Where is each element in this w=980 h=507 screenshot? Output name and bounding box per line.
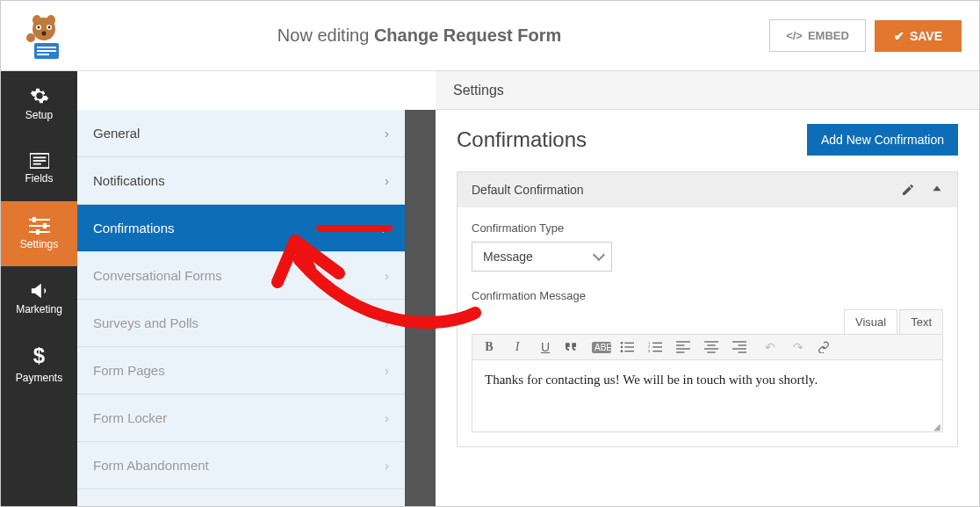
sidebar-item-label: Form Abandonment — [93, 458, 209, 473]
undo-button[interactable]: ↶ — [760, 340, 780, 354]
add-confirmation-button[interactable]: Add New Confirmation — [807, 124, 958, 156]
sidebar-item-label: Surveys and Polls — [93, 315, 198, 330]
svg-rect-26 — [624, 346, 634, 347]
svg-rect-15 — [32, 160, 46, 162]
save-button[interactable]: ✔ SAVE — [875, 20, 962, 52]
bullet-list-button[interactable] — [620, 341, 639, 353]
sidebar-item-confirmations[interactable]: Confirmations ⌄ — [77, 205, 405, 252]
chevron-down-icon: ⌄ — [378, 221, 389, 236]
resize-handle[interactable]: ◢ — [472, 422, 942, 431]
svg-point-23 — [621, 342, 623, 344]
svg-text:3: 3 — [648, 349, 651, 353]
svg-point-3 — [38, 25, 40, 28]
sidebar-item-notifications[interactable]: Notifications › — [77, 157, 405, 205]
svg-rect-35 — [676, 341, 690, 342]
sliders-icon — [29, 217, 50, 235]
card-actions — [901, 183, 943, 197]
align-center-button[interactable] — [704, 341, 724, 353]
settings-sidebar-wrap: General › Notifications › Confirmations … — [77, 110, 436, 506]
chevron-right-icon: › — [385, 458, 389, 473]
nav-payments[interactable]: $ Payments — [1, 331, 77, 396]
editor-tabs: Visual Text — [472, 309, 943, 334]
svg-rect-43 — [732, 341, 746, 342]
settings-sidebar[interactable]: General › Notifications › Confirmations … — [77, 110, 405, 506]
svg-rect-30 — [652, 343, 662, 344]
svg-rect-18 — [29, 225, 50, 227]
sidebar-item-surveys-polls[interactable]: Surveys and Polls › — [77, 300, 405, 347]
sidebar-item-form-abandonment[interactable]: Form Abandonment › — [77, 442, 405, 489]
editor-tab-text[interactable]: Text — [899, 309, 943, 334]
editor-tab-visual[interactable]: Visual — [844, 309, 897, 334]
svg-rect-24 — [624, 343, 634, 344]
nav-fields[interactable]: Fields — [1, 136, 77, 201]
chevron-right-icon: › — [385, 363, 389, 378]
svg-rect-34 — [652, 351, 662, 351]
sidebar-item-form-pages[interactable]: Form Pages › — [77, 347, 405, 395]
svg-point-27 — [621, 350, 623, 352]
bold-button[interactable]: B — [479, 340, 499, 354]
chevron-right-icon: › — [385, 315, 389, 330]
gear-icon — [30, 86, 49, 105]
chevron-right-icon: › — [385, 126, 389, 141]
align-left-button[interactable] — [676, 341, 695, 353]
svg-rect-14 — [32, 156, 46, 158]
chevron-right-icon: › — [385, 268, 389, 283]
sidebar-item-form-locker[interactable]: Form Locker › — [77, 395, 405, 442]
link-button[interactable] — [817, 341, 836, 353]
svg-rect-39 — [704, 341, 718, 342]
redo-button[interactable]: ↷ — [789, 340, 808, 354]
save-label: SAVE — [910, 29, 942, 43]
numbered-list-button[interactable]: 123 — [648, 341, 667, 353]
main-area: Setup Fields Settings Marketing $ Paymen… — [1, 71, 979, 506]
confirmation-card: Default Confirmation Co — [457, 171, 958, 447]
rich-text-editor: B I U ABE 123 ↶ — [472, 334, 943, 432]
svg-rect-11 — [37, 54, 49, 55]
svg-rect-38 — [676, 351, 684, 352]
confirmation-message-label: Confirmation Message — [472, 289, 943, 302]
sidebar-item-label: Confirmations — [93, 221, 175, 235]
confirmation-type-select[interactable]: Message — [472, 242, 612, 272]
italic-button[interactable]: I — [508, 340, 527, 354]
svg-point-12 — [26, 33, 35, 42]
nav-settings[interactable]: Settings — [1, 201, 77, 266]
sidebar-item-conversational-forms[interactable]: Conversational Forms › — [77, 252, 405, 300]
blockquote-button[interactable] — [564, 341, 583, 353]
left-nav: Setup Fields Settings Marketing $ Paymen… — [1, 71, 77, 506]
code-icon: </> — [786, 29, 803, 42]
confirmation-type-label: Confirmation Type — [472, 221, 943, 235]
top-header: Now editing Change Request Form </> EMBE… — [1, 1, 979, 71]
title-prefix: Now editing — [277, 25, 374, 45]
svg-rect-32 — [652, 346, 662, 347]
sidebar-item-label: Conversational Forms — [93, 268, 222, 283]
underline-button[interactable]: U — [536, 340, 555, 354]
panel-title: Confirmations — [457, 127, 587, 152]
nav-fields-label: Fields — [25, 172, 53, 185]
confirmation-card-header[interactable]: Default Confirmation — [458, 172, 957, 207]
nav-settings-label: Settings — [20, 238, 58, 250]
embed-label: EMBED — [808, 29, 849, 42]
dollar-icon: $ — [33, 344, 45, 368]
strikethrough-button[interactable]: ABE — [592, 342, 611, 353]
svg-rect-10 — [37, 50, 56, 52]
editor-toolbar: B I U ABE 123 ↶ — [472, 335, 942, 360]
nav-marketing[interactable]: Marketing — [1, 266, 77, 331]
sidebar-item-label: General — [93, 126, 140, 141]
logo — [18, 13, 69, 59]
collapse-icon[interactable] — [931, 183, 943, 197]
sidebar-item-general[interactable]: General › — [77, 110, 405, 157]
embed-button[interactable]: </> EMBED — [769, 19, 866, 52]
svg-rect-28 — [624, 351, 634, 351]
edit-icon[interactable] — [901, 183, 915, 197]
align-right-button[interactable] — [732, 341, 752, 353]
svg-rect-16 — [32, 163, 40, 165]
check-icon: ✔ — [894, 29, 904, 43]
list-icon — [30, 153, 49, 169]
svg-rect-9 — [37, 47, 56, 48]
svg-rect-36 — [676, 344, 684, 345]
editor-textarea[interactable]: Thanks for contacting us! We will be in … — [472, 360, 942, 422]
svg-rect-37 — [676, 348, 690, 349]
svg-rect-22 — [36, 229, 40, 235]
svg-point-5 — [32, 15, 41, 25]
svg-rect-40 — [707, 344, 715, 345]
nav-setup[interactable]: Setup — [1, 71, 77, 136]
